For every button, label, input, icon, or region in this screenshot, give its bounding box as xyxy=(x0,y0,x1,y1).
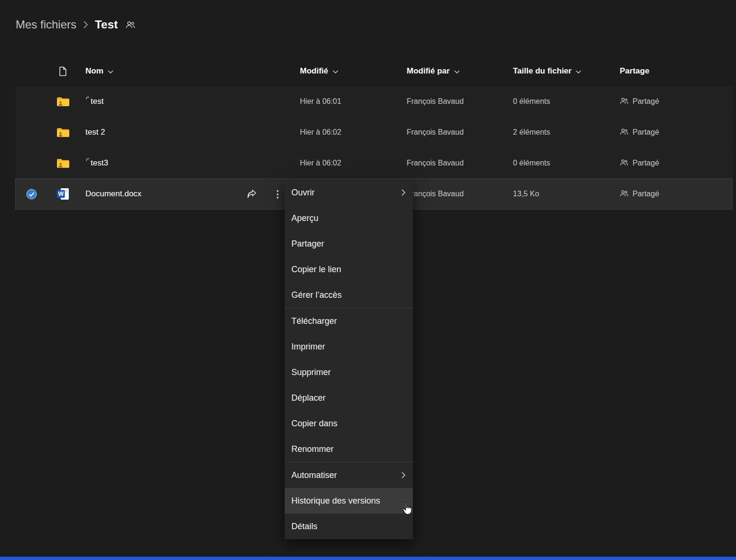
people-icon xyxy=(620,97,628,106)
shared-folder-icon xyxy=(47,127,78,138)
sharing-cell[interactable]: Partagé xyxy=(617,128,732,137)
sharing-label: Partagé xyxy=(633,159,659,167)
menu-item-label: Imprimer xyxy=(291,342,325,352)
share-icon[interactable] xyxy=(246,189,258,199)
table-header-row: Nom Modifié Modifié par Taille du fichie… xyxy=(16,58,732,84)
row-actions: ⋮ xyxy=(246,179,283,209)
context-menu: Ouvrir Aperçu Partager Copier le lien Gé… xyxy=(285,180,413,539)
file-name-label: Document.docx xyxy=(85,189,141,199)
file-name-label: test 2 xyxy=(85,128,105,137)
modified-by-cell: François Bavaud xyxy=(403,159,510,167)
modified-cell: Hier à 06:02 xyxy=(297,128,403,137)
breadcrumb-current: Test xyxy=(95,18,118,31)
size-cell: 0 éléments xyxy=(510,97,617,106)
menu-item-label: Ouvrir xyxy=(291,188,315,198)
shortcut-arrow-icon xyxy=(85,158,91,162)
file-row-test-2[interactable]: test 2 Hier à 06:02 François Bavaud 2 él… xyxy=(16,117,732,147)
sharing-cell[interactable]: Partagé xyxy=(617,97,732,106)
word-file-icon: W xyxy=(47,187,78,201)
menu-item-gerer-acces[interactable]: Gérer l’accès xyxy=(285,282,413,308)
column-header-modified-label: Modifié xyxy=(300,66,328,76)
chevron-down-icon xyxy=(108,66,113,76)
file-row-test3[interactable]: test3 Hier à 06:02 François Bavaud 0 élé… xyxy=(16,148,732,178)
shortcut-arrow-icon xyxy=(85,97,91,100)
modified-by-cell: François Bavaud xyxy=(403,190,510,198)
file-name-label: test3 xyxy=(91,158,108,168)
file-row-test[interactable]: test Hier à 06:01 François Bavaud 0 élém… xyxy=(16,86,732,117)
menu-item-label: Gérer l’accès xyxy=(291,290,342,300)
sharing-cell[interactable]: Partagé xyxy=(617,159,732,168)
svg-text:W: W xyxy=(58,191,64,197)
people-icon xyxy=(620,190,628,199)
more-options-icon[interactable]: ⋮ xyxy=(272,189,283,199)
modified-by-cell: François Bavaud xyxy=(403,128,510,137)
column-header-name-label: Nom xyxy=(85,66,103,76)
menu-item-label: Copier dans xyxy=(291,419,337,429)
file-name-cell[interactable]: test3 xyxy=(78,158,297,168)
shared-folder-icon xyxy=(47,158,78,169)
breadcrumb-parent[interactable]: Mes fichiers xyxy=(16,18,76,31)
sharing-label: Partagé xyxy=(633,190,659,198)
column-header-name[interactable]: Nom xyxy=(78,66,297,76)
shared-people-icon xyxy=(125,21,135,28)
column-header-size-label: Taille du fichier xyxy=(513,66,571,76)
menu-item-label: Déplacer xyxy=(291,393,326,403)
menu-item-label: Supprimer xyxy=(291,367,331,377)
breadcrumb: Mes fichiers Test xyxy=(16,18,135,31)
menu-item-ouvrir[interactable]: Ouvrir xyxy=(285,180,413,205)
menu-item-automatiser[interactable]: Automatiser xyxy=(285,462,413,488)
modified-cell: Hier à 06:01 xyxy=(297,97,403,106)
column-header-modified-by-label: Modifié par xyxy=(407,66,450,76)
menu-item-telecharger[interactable]: Télécharger xyxy=(285,308,413,334)
file-name-cell[interactable]: test 2 xyxy=(78,128,297,137)
chevron-down-icon xyxy=(333,66,338,76)
sharing-label: Partagé xyxy=(633,128,659,137)
menu-item-label: Automatiser xyxy=(291,470,337,480)
size-cell: 13,5 Ko xyxy=(510,190,617,198)
menu-item-copier-dans[interactable]: Copier dans xyxy=(285,411,413,436)
menu-item-label: Copier le lien xyxy=(291,265,341,275)
people-icon xyxy=(620,128,628,137)
column-header-modified-by[interactable]: Modifié par xyxy=(403,66,510,76)
breadcrumb-chevron-icon xyxy=(83,20,88,29)
shared-folder-icon xyxy=(47,96,78,107)
row-checkbox-checked[interactable] xyxy=(16,189,47,200)
size-cell: 0 éléments xyxy=(510,159,617,167)
bottom-accent-bar xyxy=(0,557,736,560)
modified-by-cell: François Bavaud xyxy=(403,97,510,106)
menu-item-details[interactable]: Détails xyxy=(285,514,413,539)
menu-item-partager[interactable]: Partager xyxy=(285,231,413,257)
menu-item-label: Historique des versions xyxy=(291,496,380,506)
chevron-right-icon xyxy=(401,189,405,196)
file-name-cell[interactable]: test xyxy=(78,97,297,106)
menu-item-label: Renommer xyxy=(291,444,334,454)
menu-item-renommer[interactable]: Renommer xyxy=(285,436,413,462)
menu-item-historique-des-versions[interactable]: Historique des versions xyxy=(285,488,413,514)
chevron-right-icon xyxy=(401,472,405,478)
column-header-size[interactable]: Taille du fichier xyxy=(510,66,617,76)
chevron-down-icon xyxy=(576,66,581,76)
menu-item-supprimer[interactable]: Supprimer xyxy=(285,359,413,385)
menu-item-imprimer[interactable]: Imprimer xyxy=(285,334,413,359)
chevron-down-icon xyxy=(454,66,460,76)
header-filetype-icon xyxy=(47,66,78,76)
menu-item-label: Détails xyxy=(291,522,317,532)
menu-item-label: Aperçu xyxy=(291,213,318,223)
menu-item-deplacer[interactable]: Déplacer xyxy=(285,385,413,411)
menu-item-label: Partager xyxy=(291,239,324,249)
sharing-cell[interactable]: Partagé xyxy=(617,190,732,199)
modified-cell: Hier à 06:02 xyxy=(297,159,403,167)
column-header-modified[interactable]: Modifié xyxy=(297,66,403,76)
column-header-sharing[interactable]: Partage xyxy=(617,66,732,76)
column-header-sharing-label: Partage xyxy=(620,66,649,76)
size-cell: 2 éléments xyxy=(510,128,617,137)
sharing-label: Partagé xyxy=(633,97,659,106)
menu-item-apercu[interactable]: Aperçu xyxy=(285,205,413,231)
people-icon xyxy=(620,159,628,168)
menu-item-label: Télécharger xyxy=(291,316,337,326)
file-name-label: test xyxy=(91,97,103,106)
menu-item-copier-le-lien[interactable]: Copier le lien xyxy=(285,257,413,282)
